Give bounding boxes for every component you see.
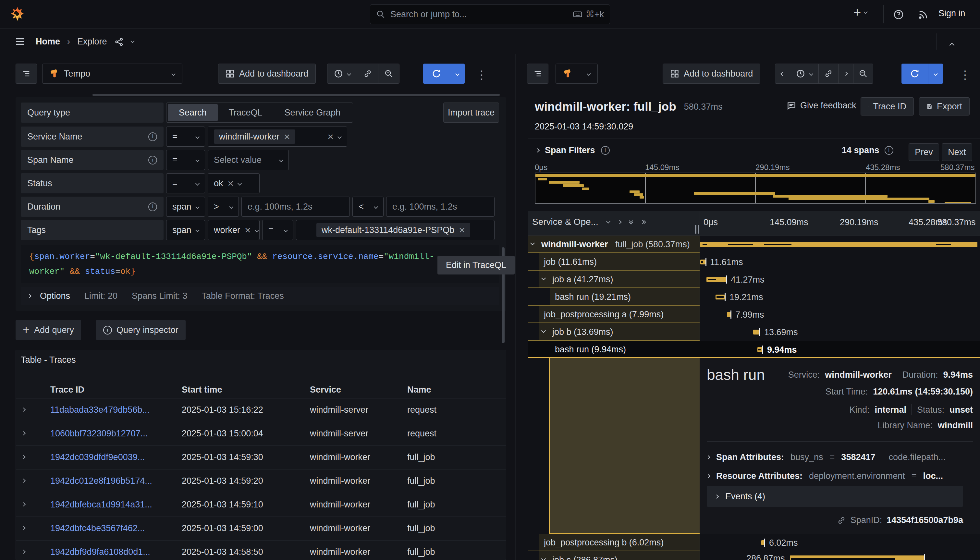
chevron-down-icon[interactable] [255, 228, 259, 232]
table-row[interactable]: 1942dbf9d9fa6108d0d1... 2025-01-03 14:58… [15, 540, 506, 560]
trace-minimap[interactable] [535, 173, 976, 204]
span-bar[interactable] [707, 277, 726, 282]
trace-id-link[interactable]: 1060bbf732309b12707... [50, 428, 148, 439]
collapse-pane-button[interactable] [950, 39, 954, 49]
span-bar[interactable] [761, 540, 765, 545]
right-run-query-button[interactable] [902, 63, 943, 84]
shift-left-button[interactable] [775, 64, 790, 83]
trace-id-link[interactable]: 11dabada33e479db56b... [50, 405, 150, 415]
span-bar[interactable] [753, 330, 760, 335]
tags-scope[interactable]: span [166, 220, 205, 240]
left-outline-button[interactable] [15, 63, 37, 84]
col-service[interactable]: Service [310, 385, 341, 395]
options-toggle[interactable]: Options [40, 291, 70, 301]
col-trace-id[interactable]: Trace ID [50, 385, 84, 395]
table-row[interactable]: 11dabada33e479db56b... 2025-01-03 15:16:… [15, 398, 506, 422]
events-toggle[interactable]: Events (4) [707, 486, 963, 507]
shift-right-button[interactable] [838, 64, 853, 83]
service-name-operator[interactable]: = [166, 127, 205, 147]
trace-id-link[interactable]: 1942dbfebca1d9914a31... [50, 500, 152, 510]
collapse-all-icon[interactable] [630, 220, 632, 224]
left-add-to-dashboard-button[interactable]: Add to dashboard [218, 63, 316, 84]
trace-id-link[interactable]: 1942dc012e8f196b5174... [50, 476, 152, 486]
add-query-button[interactable]: + Add query [15, 320, 81, 340]
tab-search[interactable]: Search [168, 104, 218, 121]
column-resize-handle[interactable] [695, 225, 699, 233]
table-row[interactable]: 1942dbfc4be3567f462... 2025-01-03 14:59:… [15, 517, 506, 540]
time-picker-button[interactable] [790, 64, 818, 83]
edit-in-traceql-button[interactable]: Edit in TraceQL [437, 256, 515, 275]
expand-row-icon[interactable] [22, 478, 26, 483]
span-name-operator[interactable]: = [166, 150, 205, 170]
span-bar[interactable] [790, 555, 924, 560]
right-kebab-menu[interactable]: ⋮ [959, 68, 971, 82]
remove-icon[interactable]: × [228, 178, 234, 188]
expand-row-icon[interactable] [22, 526, 26, 530]
expand-row-icon[interactable] [22, 431, 26, 435]
duration-op-lt[interactable]: < [352, 197, 383, 217]
time-picker-button[interactable] [327, 64, 357, 83]
span-attributes-toggle[interactable]: Span Attributes: busy_ns = 3582417 code.… [707, 452, 946, 463]
share-icon[interactable] [114, 37, 124, 47]
sign-in-link[interactable]: Sign in [938, 8, 965, 18]
global-search[interactable]: Search or jump to... ⌘+k [370, 4, 610, 24]
right-outline-button[interactable] [527, 63, 548, 84]
right-datasource-picker[interactable] [555, 63, 598, 84]
link-button[interactable] [357, 64, 378, 83]
chevron-right-icon[interactable] [618, 220, 622, 224]
remove-icon[interactable]: × [245, 225, 251, 235]
table-row[interactable]: 1942dbfebca1d9914a31... 2025-01-03 14:59… [15, 493, 506, 517]
new-menu-button[interactable]: + [853, 6, 867, 19]
clear-icon[interactable]: × [327, 132, 333, 142]
expand-icon[interactable] [27, 294, 32, 298]
duration-op-gt[interactable]: > [208, 197, 239, 217]
help-button[interactable] [893, 9, 904, 20]
remove-icon[interactable]: × [284, 132, 290, 142]
chevron-down-icon[interactable] [130, 39, 135, 43]
pane-divider[interactable] [515, 54, 516, 560]
expand-all-icon[interactable] [641, 221, 645, 223]
chevron-down-icon[interactable] [606, 219, 610, 223]
horizontal-scrollbar[interactable] [92, 94, 500, 96]
next-button[interactable]: Next [942, 143, 972, 161]
span-bar[interactable] [757, 347, 762, 352]
resource-attributes-toggle[interactable]: Resource Attributes: deployment.environm… [707, 471, 943, 481]
prev-button[interactable]: Prev [908, 143, 939, 161]
span-filters-toggle[interactable]: Span Filters i [536, 145, 610, 155]
link-button[interactable] [818, 64, 838, 83]
chevron-down-icon[interactable] [238, 182, 242, 186]
zoom-out-button[interactable] [378, 64, 399, 83]
span-id-value[interactable]: 14354f16500a7b9a [887, 515, 963, 525]
expand-row-icon[interactable] [22, 550, 26, 554]
span-bar[interactable] [727, 312, 731, 317]
expand-row-icon[interactable] [22, 408, 26, 412]
trace-id-button[interactable]: Trace ID [861, 97, 914, 115]
tab-service-graph[interactable]: Service Graph [273, 104, 352, 121]
service-operation-header[interactable]: Service & Ope... [532, 217, 645, 227]
trace-id-link[interactable]: 1942dc039dfdf9e0039... [50, 452, 145, 462]
duration-min-input[interactable]: e.g. 100ms, 1.2s [242, 197, 350, 217]
tags-value-chip[interactable]: wk-default-133114d6a91e-PSPQb× [317, 223, 470, 237]
query-inspector-button[interactable]: i Query inspector [96, 320, 186, 340]
service-name-value[interactable]: windmill-worker× × [208, 127, 347, 147]
table-row[interactable]: 1942dc039dfdf9e0039... 2025-01-03 14:59:… [15, 446, 506, 470]
import-trace-button[interactable]: Import trace [443, 103, 499, 123]
span-bar[interactable] [700, 242, 977, 247]
news-button[interactable] [918, 9, 929, 20]
left-kebab-menu[interactable]: ⋮ [476, 68, 487, 82]
col-start-time[interactable]: Start time [182, 385, 222, 395]
status-operator[interactable]: = [166, 173, 205, 193]
expand-row-icon[interactable] [22, 455, 26, 459]
table-row[interactable]: 1942dc012e8f196b5174... 2025-01-03 14:59… [15, 470, 506, 493]
expand-row-icon[interactable] [22, 502, 26, 507]
left-run-query-button[interactable] [423, 63, 465, 84]
span-bar[interactable] [700, 260, 706, 265]
grafana-logo[interactable] [10, 7, 25, 22]
table-row[interactable]: 1060bbf732309b12707... 2025-01-03 15:00:… [15, 422, 506, 446]
remove-icon[interactable]: × [459, 225, 465, 235]
duration-max-input[interactable]: e.g. 100ms, 1.2s [386, 197, 495, 217]
col-name[interactable]: Name [407, 385, 431, 395]
link-icon[interactable] [837, 516, 846, 525]
tags-operator[interactable]: = [262, 220, 293, 240]
zoom-out-button[interactable] [853, 64, 873, 83]
